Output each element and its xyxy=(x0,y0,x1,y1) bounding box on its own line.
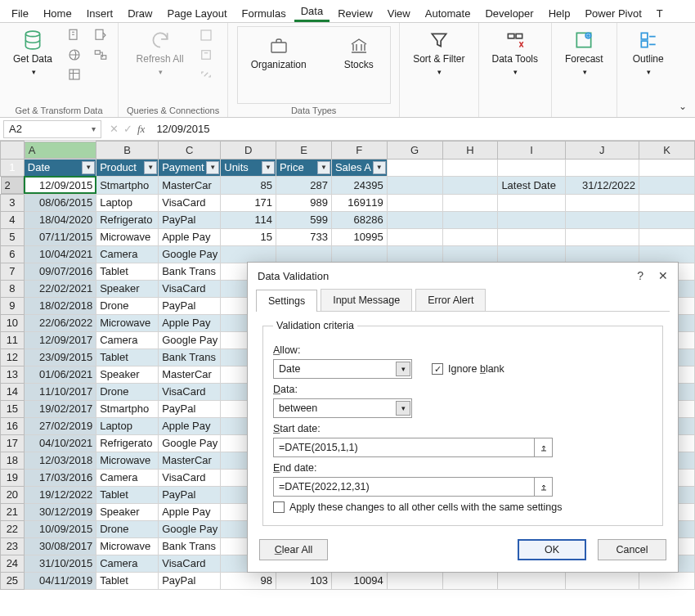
name-box[interactable]: A2 ▾ xyxy=(3,120,101,138)
tab-t[interactable]: T xyxy=(650,5,670,22)
tab-insert[interactable]: Insert xyxy=(80,5,120,22)
cell[interactable]: Bank Trans xyxy=(159,263,221,280)
cell[interactable]: Camera xyxy=(96,245,159,263)
row-header[interactable]: 24 xyxy=(1,555,25,572)
col-header-B[interactable]: B xyxy=(96,142,159,160)
refresh-all-button[interactable]: Refresh All ▾ xyxy=(132,26,189,79)
cancel-formula-button[interactable]: ✕ xyxy=(110,123,119,135)
col-header-H[interactable]: H xyxy=(442,142,498,160)
range-picker-button[interactable] xyxy=(535,438,553,457)
cell[interactable]: 30/12/2019 xyxy=(24,503,96,520)
cell[interactable] xyxy=(331,245,387,263)
cell[interactable]: Stmartpho xyxy=(96,176,159,194)
cell[interactable]: 599 xyxy=(276,211,332,228)
properties-button[interactable] xyxy=(197,46,215,64)
cell[interactable]: 07/11/2015 xyxy=(24,228,96,245)
stocks-button[interactable]: Stocks xyxy=(336,32,382,74)
cell[interactable] xyxy=(442,228,498,245)
cell[interactable]: Drone xyxy=(96,297,159,314)
filter-button[interactable]: ▼ xyxy=(317,161,330,174)
cell[interactable] xyxy=(498,245,565,263)
dialog-tab-settings[interactable]: Settings xyxy=(256,290,317,312)
cell[interactable] xyxy=(276,245,332,263)
cell[interactable]: Refrigerato xyxy=(96,211,159,228)
table-header-cell[interactable]: Payment▼ xyxy=(159,159,221,176)
close-button[interactable]: ✕ xyxy=(658,269,668,282)
cell[interactable]: 19/12/2022 xyxy=(24,486,96,503)
row-header[interactable]: 17 xyxy=(1,434,25,452)
accept-formula-button[interactable]: ✓ xyxy=(123,123,132,135)
cell[interactable]: 23/09/2015 xyxy=(24,348,96,366)
tab-developer[interactable]: Developer xyxy=(478,5,540,22)
cell[interactable]: Speaker xyxy=(96,503,159,520)
cell[interactable]: Tablet xyxy=(96,486,159,503)
cell[interactable] xyxy=(387,211,442,228)
ok-button[interactable]: OK xyxy=(518,539,586,560)
cell[interactable]: Latest Date xyxy=(498,176,565,194)
cell[interactable] xyxy=(387,194,442,211)
cell[interactable] xyxy=(442,572,498,589)
start-date-input[interactable]: =DATE(2015,1,1) xyxy=(273,438,535,457)
cell[interactable]: Laptop xyxy=(96,194,159,211)
cell[interactable]: 98 xyxy=(221,572,276,589)
cell[interactable]: 15 xyxy=(221,228,276,245)
row-header[interactable]: 14 xyxy=(1,383,25,400)
row-header[interactable]: 1 xyxy=(1,159,25,176)
end-date-input[interactable]: =DATE(2022,12,31) xyxy=(273,477,535,497)
row-header[interactable]: 5 xyxy=(1,228,25,245)
cell[interactable]: Microwave xyxy=(96,314,159,331)
row-header[interactable]: 11 xyxy=(1,331,25,348)
allow-select[interactable]: Date ▾ xyxy=(273,359,412,379)
cell[interactable]: 24395 xyxy=(331,176,387,194)
row-header[interactable]: 4 xyxy=(1,211,25,228)
cell[interactable]: Google Pay xyxy=(159,245,221,263)
cell[interactable]: 19/02/2017 xyxy=(24,400,96,417)
organization-button[interactable]: Organization xyxy=(246,32,312,74)
table-header-cell[interactable]: Units▼ xyxy=(221,159,276,176)
cancel-button[interactable]: Cancel xyxy=(598,539,666,560)
from-web-button[interactable] xyxy=(65,46,83,64)
cell[interactable]: Speaker xyxy=(96,280,159,297)
cell[interactable]: MasterCar xyxy=(159,366,221,383)
cell[interactable]: VisaCard xyxy=(159,194,221,211)
cell[interactable]: 114 xyxy=(221,211,276,228)
cell[interactable]: Apple Pay xyxy=(159,503,221,520)
cell[interactable] xyxy=(565,572,639,589)
cell[interactable]: PayPal xyxy=(159,572,221,589)
tab-power-pivot[interactable]: Power Pivot xyxy=(578,5,648,22)
row-header[interactable]: 6 xyxy=(1,245,25,263)
tab-file[interactable]: File xyxy=(5,5,35,22)
cell[interactable]: Laptop xyxy=(96,417,159,434)
range-picker-button[interactable] xyxy=(535,477,553,497)
row-header[interactable]: 22 xyxy=(1,520,25,537)
cell[interactable]: 10995 xyxy=(331,228,387,245)
cell[interactable]: Camera xyxy=(96,555,159,572)
outline-button[interactable]: Outline ▾ xyxy=(626,26,671,79)
queries-button[interactable] xyxy=(197,26,215,44)
cell[interactable]: 09/07/2016 xyxy=(24,263,96,280)
cell[interactable] xyxy=(639,211,695,228)
cell[interactable]: Google Pay xyxy=(159,520,221,537)
ignore-blank-checkbox[interactable]: ✓ Ignore blank xyxy=(432,363,504,375)
data-select[interactable]: between ▾ xyxy=(273,398,412,418)
tab-draw[interactable]: Draw xyxy=(121,5,159,22)
cell[interactable] xyxy=(498,194,565,211)
cell[interactable] xyxy=(387,572,442,589)
col-header-D[interactable]: D xyxy=(221,142,276,160)
cell[interactable]: 31/12/2022 xyxy=(565,176,639,194)
cell[interactable]: 171 xyxy=(221,194,276,211)
forecast-button[interactable]: Forecast ▾ xyxy=(560,26,608,79)
formula-input[interactable]: 12/09/2015 xyxy=(150,120,695,138)
col-header-J[interactable]: J xyxy=(565,142,639,160)
cell[interactable] xyxy=(498,572,565,589)
from-table-button[interactable] xyxy=(65,65,83,83)
from-text-button[interactable] xyxy=(65,26,83,44)
cell[interactable] xyxy=(565,211,639,228)
tab-automate[interactable]: Automate xyxy=(419,5,478,22)
cell[interactable]: 169119 xyxy=(331,194,387,211)
row-header[interactable]: 15 xyxy=(1,400,25,417)
cell[interactable] xyxy=(498,211,565,228)
row-header[interactable]: 12 xyxy=(1,348,25,366)
cell[interactable]: VisaCard xyxy=(159,280,221,297)
cell[interactable]: VisaCard xyxy=(159,469,221,486)
